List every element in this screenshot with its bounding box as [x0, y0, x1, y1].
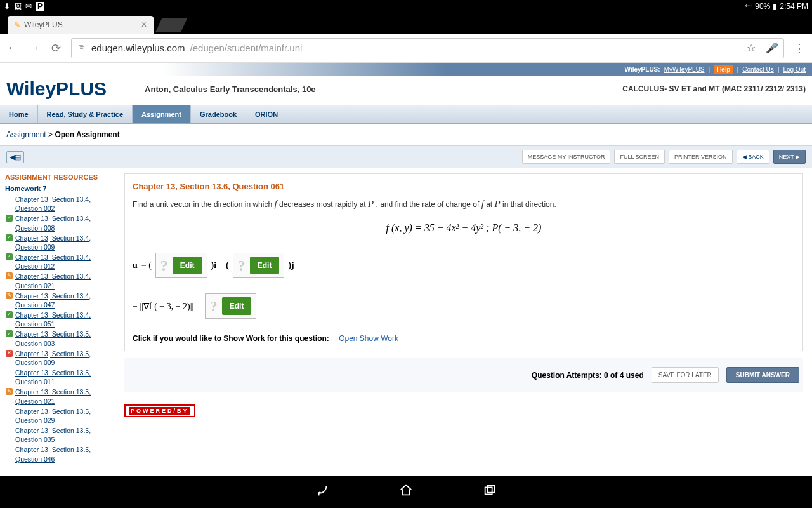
question-panel: Chapter 13, Section 13.6, Question 061 F…	[115, 168, 812, 476]
url-input[interactable]: 🗎 edugen.wileyplus.com/edugen/student/ma…	[71, 38, 784, 58]
android-nav-bar	[0, 476, 812, 508]
answer-input-j[interactable]: ? Edit	[233, 253, 285, 278]
attempts-text: Question Attempts: 0 of 4 used	[532, 371, 644, 380]
question-formula: f (x, y) = 35 − 4x² − 4y² ; P( − 3, − 2)	[133, 222, 795, 234]
svg-rect-1	[487, 486, 494, 493]
contact-link[interactable]: Contact Us	[742, 66, 773, 73]
mail-icon: ✉	[25, 2, 32, 11]
tab-assignment[interactable]: Assignment	[133, 105, 191, 123]
tab-read-study-practice[interactable]: Read, Study & Practice	[38, 105, 133, 123]
save-for-later-button[interactable]: SAVE FOR LATER	[652, 367, 719, 383]
breadcrumb: Assignment > Open Assignment	[0, 124, 812, 145]
clock: 2:54 PM	[780, 2, 808, 11]
page-icon: 🗎	[77, 43, 86, 53]
forward-icon[interactable]: →	[28, 41, 41, 55]
fullscreen-button[interactable]: FULL SCREEN	[614, 150, 665, 164]
edit-button[interactable]: Edit	[222, 297, 252, 315]
powered-by-badge: POWERED/BY	[124, 404, 195, 417]
course-title: CALCULUS- SV ET and MT (MAC 2311/ 2312/ …	[622, 84, 806, 93]
sidebar-title: ASSIGNMENT RESOURCES	[5, 173, 108, 181]
question-link[interactable]: Chapter 13, Section 13.5, Question 011	[15, 368, 108, 386]
question-link[interactable]: ✎Chapter 13, Section 13.4, Question 021	[15, 272, 108, 290]
check-icon: ✓	[6, 253, 13, 260]
tab-gradebook[interactable]: Gradebook	[191, 105, 246, 123]
sidebar: ASSIGNMENT RESOURCES Homework 7 Chapter …	[0, 168, 115, 476]
battery-icon: ▮	[773, 2, 777, 11]
mywileyplus-link[interactable]: MyWileyPLUS	[664, 66, 705, 73]
help-link[interactable]: Help	[714, 65, 733, 74]
question-link[interactable]: ✎Chapter 13, Section 13.5, Question 021	[15, 387, 108, 405]
logout-link[interactable]: Log Out	[783, 66, 806, 73]
question-link[interactable]: Chapter 13, Section 13.5, Question 046	[15, 445, 108, 463]
android-status-bar: ⬇ 🖼 ✉ P ⬸ 90% ▮ 2:54 PM	[0, 0, 812, 13]
android-home-icon[interactable]	[399, 483, 413, 501]
edit-button[interactable]: Edit	[250, 257, 280, 274]
breadcrumb-current: Open Assignment	[55, 130, 119, 139]
question-link[interactable]: ✕Chapter 13, Section 13.5, Question 009	[15, 349, 108, 367]
browser-tab[interactable]: ✎ WileyPLUS ✕	[8, 16, 154, 34]
back-icon[interactable]: ←	[6, 41, 19, 55]
placeholder-icon: ?	[210, 298, 218, 315]
question-link[interactable]: Chapter 13, Section 13.5, Question 035	[15, 426, 108, 444]
check-icon: ✓	[6, 330, 13, 337]
show-work-link[interactable]: Open Show Work	[339, 334, 398, 343]
tab-favicon: ✎	[14, 20, 20, 29]
show-work-row: Click if you would like to Show Work for…	[133, 334, 795, 343]
wifi-icon: ⬸	[745, 2, 752, 11]
homework-title[interactable]: Homework 7	[5, 185, 108, 192]
menu-icon[interactable]: ⋮	[793, 41, 806, 55]
question-link[interactable]: Chapter 13, Section 13.4, Question 002	[15, 195, 108, 213]
question-link[interactable]: ✓Chapter 13, Section 13.5, Question 003	[15, 330, 108, 347]
tab-bar: ✎ WileyPLUS ✕	[0, 13, 812, 34]
check-icon: ✓	[6, 215, 13, 222]
question-link[interactable]: Chapter 13, Section 13.5, Question 029	[15, 407, 108, 425]
svg-rect-0	[485, 487, 492, 494]
book-title: Anton, Calculus Early Transcendentals, 1…	[145, 84, 315, 94]
question-link[interactable]: ✓Chapter 13, Section 13.4, Question 012	[15, 253, 108, 271]
edit-button[interactable]: Edit	[173, 257, 202, 274]
message-instructor-button[interactable]: MESSAGE MY INSTRUCTOR	[522, 150, 611, 164]
p-icon: P	[36, 2, 44, 11]
x-icon: ✕	[6, 350, 13, 357]
question-link[interactable]: ✎Chapter 13, Section 13.4, Question 047	[15, 291, 108, 309]
submit-answer-button[interactable]: SUBMIT ANSWER	[726, 367, 799, 383]
answer-input-grad[interactable]: ? Edit	[205, 293, 257, 319]
check-icon: ✓	[6, 234, 13, 241]
assignment-toolbar: ◀▤ MESSAGE MY INSTRUCTOR FULL SCREEN PRI…	[0, 145, 812, 168]
reload-icon[interactable]: ⟳	[49, 41, 62, 55]
battery-percent: 90%	[755, 2, 770, 11]
android-back-icon[interactable]	[315, 483, 329, 501]
answer-row-grad: − ||∇f ( − 3, − 2)|| = ? Edit	[133, 293, 795, 319]
question-prompt: Find a unit vector in the direction in w…	[133, 199, 795, 210]
attempt-bar: Question Attempts: 0 of 4 used SAVE FOR …	[124, 358, 803, 392]
tab-home[interactable]: Home	[0, 105, 38, 123]
url-path: /edugen/student/mainfr.uni	[190, 43, 303, 53]
download-icon: ⬇	[4, 2, 10, 11]
answer-row-u: u = ( ? Edit )i + ( ? Edit )j	[133, 253, 795, 278]
url-host: edugen.wileyplus.com	[91, 43, 185, 53]
close-icon[interactable]: ✕	[141, 20, 147, 29]
picture-icon: 🖼	[14, 2, 22, 11]
question-link[interactable]: ✓Chapter 13, Section 13.4, Question 008	[15, 214, 108, 232]
warn-icon: ✎	[6, 272, 13, 279]
answer-input-i[interactable]: ? Edit	[155, 253, 207, 278]
header: WileyPLUS Anton, Calculus Early Transcen…	[0, 76, 812, 105]
tab-orion[interactable]: ORION	[246, 105, 287, 123]
print-button[interactable]: PRINTER VERSION	[669, 150, 733, 164]
star-icon[interactable]: ☆	[747, 42, 756, 54]
brand-label: WileyPLUS:	[625, 66, 660, 73]
breadcrumb-link[interactable]: Assignment	[6, 130, 46, 139]
top-link-bar: WileyPLUS: MyWileyPLUS | Help | Contact …	[0, 63, 812, 76]
warn-icon: ✎	[6, 388, 13, 395]
prev-question-button[interactable]: ◀ BACK	[737, 150, 769, 164]
next-question-button[interactable]: NEXT ▶	[773, 150, 806, 164]
question-link[interactable]: ✓Chapter 13, Section 13.4, Question 009	[15, 234, 108, 251]
mic-icon[interactable]: 🎤	[766, 42, 778, 54]
nav-tabs: HomeRead, Study & PracticeAssignmentGrad…	[0, 105, 812, 124]
android-recents-icon[interactable]	[483, 483, 497, 501]
question-header: Chapter 13, Section 13.6, Question 061	[133, 182, 795, 191]
question-link[interactable]: ✓Chapter 13, Section 13.4, Question 051	[15, 311, 108, 328]
check-icon: ✓	[6, 311, 13, 318]
new-tab-button[interactable]	[155, 18, 187, 32]
collapse-icon[interactable]: ◀▤	[6, 151, 24, 163]
